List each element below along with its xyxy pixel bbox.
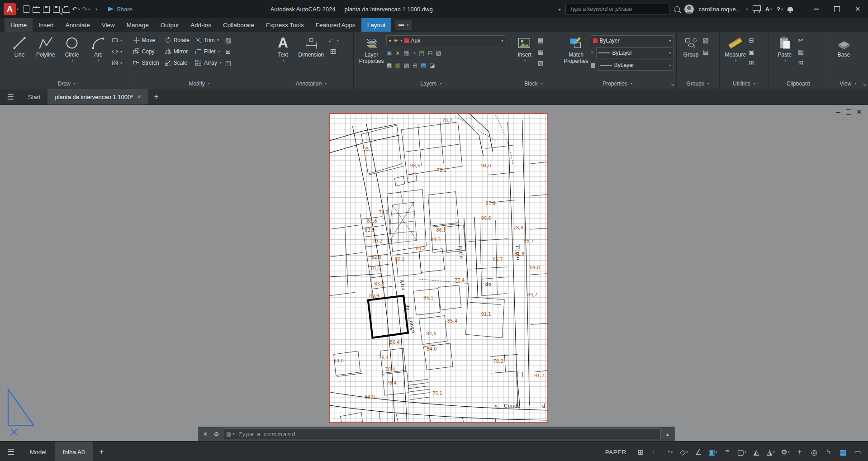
measure-caret[interactable]: ▾	[735, 58, 737, 62]
paste-caret[interactable]: ▾	[784, 58, 786, 62]
dimension-button[interactable]: Dimension	[294, 33, 328, 58]
graphics-performance-icon[interactable]: ϟ	[822, 445, 835, 459]
mirror-button[interactable]: Mirror	[165, 46, 190, 57]
block-attributes-button[interactable]: ▧	[537, 58, 543, 68]
stretch-button[interactable]: Stretch	[133, 57, 159, 68]
create-block-button[interactable]: ▤	[537, 35, 543, 45]
command-close-icon[interactable]: ✕	[201, 431, 209, 437]
recent-commands-icon[interactable]: ▥▾	[226, 431, 234, 437]
paste-button[interactable]: Paste ▾	[772, 33, 798, 62]
measure-button[interactable]: Measure ▾	[722, 33, 749, 62]
share-button[interactable]: Share	[108, 6, 133, 13]
polar-tracking-icon[interactable]: ◔▾	[663, 445, 676, 459]
osnap-tracking-icon[interactable]: ∠	[692, 445, 705, 459]
layout-menu-button[interactable]: ☰	[0, 447, 22, 457]
new-file-button[interactable]	[21, 3, 31, 15]
circle-caret[interactable]: ▾	[71, 58, 73, 62]
redo-button[interactable]: ↷▾	[81, 3, 91, 15]
id-point-button[interactable]: ▣	[749, 47, 754, 57]
view-launcher-icon[interactable]: ↘	[863, 82, 866, 87]
exchange-apps-button[interactable]: A▾	[765, 6, 772, 13]
text-button[interactable]: A Text ▾	[272, 33, 294, 62]
document-tab-close-icon[interactable]: ✕	[137, 94, 141, 100]
selection-cycling-icon[interactable]: ▢▾	[735, 445, 749, 459]
ribbon-tab-annotate[interactable]: Annotate	[60, 18, 96, 32]
command-input-wrap[interactable]: ▥▾	[223, 428, 661, 439]
object-color-combo[interactable]: ByLayer ▾	[591, 35, 674, 46]
quick-select-button[interactable]: ⊞	[749, 58, 754, 68]
layer-walk-button[interactable]: ▧	[436, 50, 441, 57]
erase-button[interactable]: ▨	[225, 35, 231, 45]
linetype-list-icon[interactable]: ▩	[591, 62, 596, 68]
ribbon-tab-layout[interactable]: Layout	[361, 18, 392, 32]
isodraft-icon[interactable]: ◇▾	[677, 445, 691, 459]
line-button[interactable]: Line	[6, 33, 33, 58]
polyline-button[interactable]: Polyline	[33, 33, 59, 58]
app-menu-caret[interactable]: ▾	[17, 7, 19, 11]
search-input[interactable]	[565, 4, 669, 15]
ribbon-tab-express-tools[interactable]: Express Tools	[260, 18, 310, 32]
panel-title-layers[interactable]: Layers▾	[356, 78, 505, 89]
ribbon-tab-home[interactable]: Home	[5, 18, 33, 32]
drawing-restore-icon[interactable]	[846, 109, 851, 115]
cut-button[interactable]: ✂	[798, 35, 804, 45]
ribbon-tab-output[interactable]: Output	[155, 18, 185, 32]
group-edit-button[interactable]: ▤	[703, 47, 709, 57]
paper-space-toggle[interactable]: PAPER	[605, 449, 626, 456]
ribbon-tab-view[interactable]: View	[96, 18, 121, 32]
layout-tab-folha-a0[interactable]: folha A0	[55, 442, 93, 461]
text-caret[interactable]: ▾	[283, 58, 285, 62]
insert-caret[interactable]: ▾	[524, 58, 526, 62]
layer-unisolate-button[interactable]: ⊟	[428, 50, 433, 57]
object-snap-icon[interactable]: ▣▾	[706, 445, 720, 459]
move-button[interactable]: Move	[133, 34, 159, 46]
command-input[interactable]	[237, 430, 658, 438]
ortho-mode-icon[interactable]: ∟	[648, 445, 662, 459]
new-layout-button[interactable]: +	[93, 447, 110, 456]
copy-button[interactable]: Copy	[133, 46, 159, 57]
username[interactable]: carolina.roque...	[698, 6, 740, 13]
model-tab[interactable]: Model	[22, 449, 55, 456]
rectangle-caret[interactable]: ▾	[120, 38, 122, 43]
lineweight-caret[interactable]: ▾	[669, 51, 671, 55]
trim-button[interactable]: Trim▾	[195, 34, 222, 46]
polar-tracking-icon-caret[interactable]: ▾	[671, 450, 673, 454]
save-as-button[interactable]: ✎	[51, 3, 61, 15]
layer-isolate-button[interactable]: ☀	[395, 50, 400, 57]
undo-button[interactable]: ↶▾	[71, 3, 81, 15]
layout-paper[interactable]: 78,293,198,578,294,087,990,676,583,682,9…	[329, 113, 548, 423]
linetype-combo[interactable]: ByLayer ▾	[598, 60, 674, 71]
properties-launcher-icon[interactable]: ↘	[670, 82, 674, 87]
match-properties-button[interactable]: Match Properties	[562, 33, 591, 65]
layer-previous-button[interactable]: ▥	[395, 62, 400, 69]
save-button[interactable]	[41, 3, 51, 15]
group-button[interactable]: Group	[679, 33, 703, 58]
layer-combo-caret[interactable]: ▾	[501, 39, 503, 43]
ellipse-caret[interactable]: ▾	[120, 50, 122, 54]
arc-button[interactable]: Arc ▾	[85, 33, 111, 62]
array-caret[interactable]: ▾	[220, 61, 222, 65]
layer-freeze-button[interactable]: ▦	[403, 50, 409, 57]
panel-title-view[interactable]: View▾	[831, 78, 865, 89]
layer-off-button[interactable]: ▣	[386, 50, 392, 57]
panel-title-properties[interactable]: Properties▾	[562, 78, 674, 89]
layer-freeze-all-button[interactable]: ◪	[429, 62, 435, 69]
maximize-button[interactable]	[826, 0, 847, 18]
command-customize-icon[interactable]: ⚙	[212, 431, 220, 437]
workspace-icon-caret[interactable]: ▾	[788, 450, 790, 454]
insert-button[interactable]: Insert ▾	[511, 33, 537, 62]
rectangle-tool-button[interactable]: ▾	[111, 35, 122, 45]
clean-screen-icon[interactable]: ▭	[851, 445, 864, 459]
paste-special-button[interactable]: ⊞	[798, 58, 804, 68]
ribbon-tab-addins[interactable]: Add-ins	[185, 18, 217, 32]
redo-caret[interactable]: ▾	[88, 7, 90, 11]
panel-title-block[interactable]: Block▾	[511, 78, 555, 89]
notifications-bell-icon[interactable]	[787, 7, 793, 11]
minimize-button[interactable]	[806, 0, 826, 18]
file-tab-document[interactable]: planta da intervencao 1 1000* ✕	[47, 89, 148, 105]
ribbon-tab-featured-apps[interactable]: Featured Apps	[310, 18, 361, 32]
user-avatar[interactable]	[684, 5, 694, 14]
ribbon-display-toggle[interactable]: ▾	[395, 20, 412, 30]
drawing-close-icon[interactable]: ✕	[857, 109, 862, 115]
search-icon[interactable]	[674, 6, 680, 12]
